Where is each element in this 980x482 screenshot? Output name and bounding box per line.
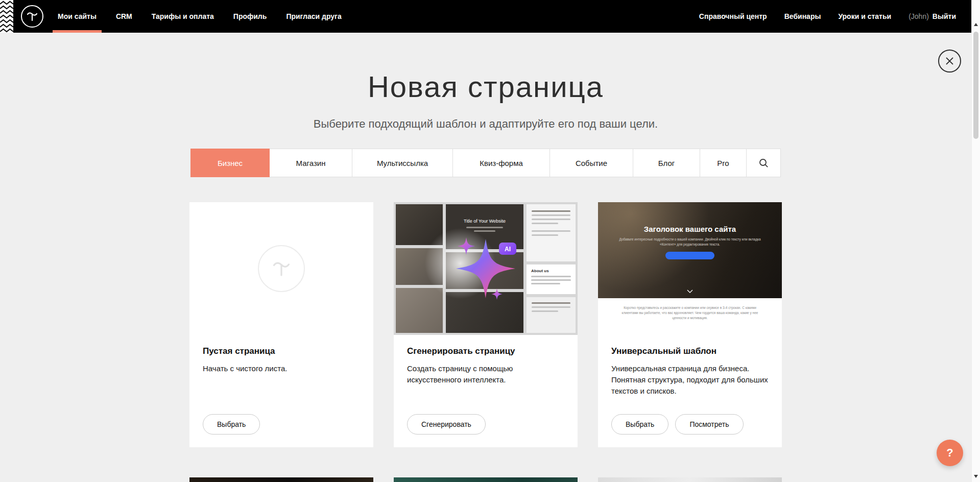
nav-help-center[interactable]: Справочный центр [699, 12, 767, 20]
ai-badge: AI [499, 243, 516, 255]
nav-profile[interactable]: Профиль [233, 0, 267, 33]
card-actions: Выбрать Посмотреть [598, 414, 782, 447]
help-chat-button[interactable]: ? [937, 440, 963, 466]
card-description: Начать с чистого листа. [203, 363, 360, 374]
preview-universal-button[interactable]: Посмотреть [675, 414, 743, 435]
page-subtitle: Выберите подходящий шаблон и адаптируйте… [0, 117, 971, 131]
card-title: Пустая страница [203, 346, 360, 356]
tilda-logo[interactable] [21, 5, 43, 28]
tab-store[interactable]: Магазин [270, 149, 352, 177]
tab-blog[interactable]: Блог [633, 149, 700, 177]
tilda-logo-icon [26, 10, 38, 23]
template-thumbnail[interactable] [598, 477, 782, 482]
template-cards-row: Пустая страница Начать с чистого листа. … [189, 202, 782, 447]
page-scrollbar[interactable] [971, 0, 980, 482]
search-icon [759, 158, 769, 168]
nav-my-sites[interactable]: Мои сайты [58, 0, 97, 33]
tab-event[interactable]: Событие [550, 149, 633, 177]
scrollbar-thumb[interactable] [973, 32, 978, 139]
card-blank-page: Пустая страница Начать с чистого листа. … [189, 202, 373, 447]
ai-star-graphic: AI [419, 207, 552, 330]
user-name: (John) [909, 12, 929, 20]
zigzag-decoration-icon [0, 0, 13, 33]
nav-lessons[interactable]: Уроки и статьи [838, 12, 891, 20]
svg-text:AI: AI [505, 246, 511, 253]
card-description: Универсальная страница для бизнеса. Поня… [611, 363, 769, 396]
card-actions: Сгенерировать [394, 414, 578, 447]
card-actions: Выбрать [189, 414, 373, 447]
next-templates-row [189, 477, 782, 482]
tab-quiz-form[interactable]: Квиз-форма [453, 149, 550, 177]
close-icon [945, 57, 954, 65]
nav-crm[interactable]: CRM [116, 0, 132, 33]
ai-generate-preview: Title of Your Website [394, 202, 578, 335]
card-ai-generate: Title of Your Website [394, 202, 578, 447]
card-description: Создать страницу с помощью искусственног… [407, 363, 564, 385]
generate-button[interactable]: Сгенерировать [407, 414, 486, 435]
card-title: Универсальный шаблон [611, 346, 769, 356]
tab-multilink[interactable]: Мультиссылка [352, 149, 453, 177]
choose-universal-button[interactable]: Выбрать [611, 414, 668, 435]
scroll-up-arrow-icon[interactable] [972, 20, 980, 29]
tab-business[interactable]: Бизнес [190, 149, 270, 177]
user-block: (John) Выйти [909, 12, 956, 20]
template-category-tabs: Бизнес Магазин Мультиссылка Квиз-форма С… [190, 149, 781, 177]
tab-pro[interactable]: Pro [700, 149, 747, 177]
template-body-text: Коротко представьтесь и расскажите о ком… [620, 305, 759, 335]
template-about-section: Коротко представьтесь и расскажите о ком… [598, 298, 782, 335]
card-body: Пустая страница Начать с чистого листа. [189, 335, 373, 374]
universal-template-preview: Заголовок вашего сайта Добавьте интересн… [598, 202, 782, 335]
top-navbar: Мои сайты CRM Тарифы и оплата Профиль Пр… [0, 0, 971, 33]
nav-invite-friend[interactable]: Пригласи друга [286, 0, 341, 33]
navbar-right-menu: Справочный центр Вебинары Уроки и статьи… [699, 0, 956, 33]
choose-blank-button[interactable]: Выбрать [203, 414, 260, 435]
main-content: Новая страница Выберите подходящий шабло… [0, 33, 971, 482]
card-universal-template: Заголовок вашего сайта Добавьте интересн… [598, 202, 782, 447]
template-cta-button [665, 252, 714, 259]
close-button[interactable] [938, 50, 961, 73]
card-body: Универсальный шаблон Универсальная стран… [598, 335, 782, 396]
tab-search[interactable] [747, 149, 781, 177]
card-title: Сгенерировать страницу [407, 346, 564, 356]
card-body: Сгенерировать страницу Создать страницу … [394, 335, 578, 385]
navbar-left-menu: Мои сайты CRM Тарифы и оплата Профиль Пр… [58, 0, 361, 33]
template-hero-section: Заголовок вашего сайта Добавьте интересн… [598, 202, 782, 298]
template-thumbnail[interactable] [394, 477, 578, 482]
template-thumbnail[interactable] [189, 477, 373, 482]
nav-webinars[interactable]: Вебинары [784, 12, 821, 20]
chevron-down-icon [687, 286, 693, 295]
page-title: Новая страница [0, 69, 971, 104]
logout-link[interactable]: Выйти [933, 12, 956, 20]
template-hero-heading: Заголовок вашего сайта [644, 225, 736, 233]
scroll-down-arrow-icon[interactable] [972, 472, 980, 480]
template-hero-subtext: Добавьте интересные подробности о вашей … [617, 237, 763, 247]
nav-pricing[interactable]: Тарифы и оплата [152, 0, 214, 33]
tilda-watermark-icon [258, 245, 305, 292]
blank-page-preview [189, 202, 373, 335]
